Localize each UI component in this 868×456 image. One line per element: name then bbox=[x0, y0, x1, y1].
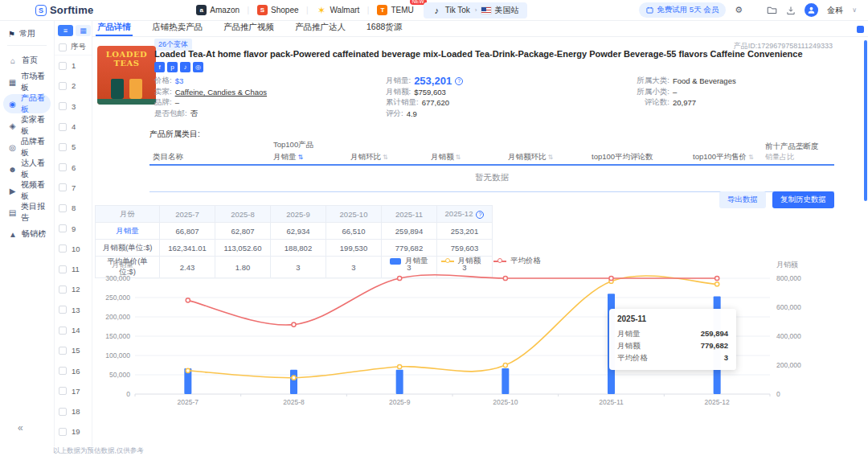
sort-icon[interactable]: ⇅ bbox=[383, 154, 388, 161]
list-item[interactable]: 6 bbox=[55, 157, 92, 177]
panel-toggle-icon[interactable] bbox=[857, 26, 864, 33]
sidebar-item-seller[interactable]: ◈卖家看板 bbox=[3, 116, 51, 135]
list-item[interactable]: 2 bbox=[55, 76, 92, 96]
chevron-down-icon[interactable]: ∨ bbox=[852, 6, 857, 14]
row-checkbox[interactable] bbox=[59, 163, 67, 171]
tab-shop-hot-products[interactable]: 店铺热卖产品 bbox=[150, 22, 204, 36]
sidebar-item-brand[interactable]: ◎品牌看板 bbox=[3, 138, 51, 157]
col-monthly-sales[interactable]: 月销量⇅ bbox=[270, 150, 347, 165]
list-item[interactable]: 12 bbox=[55, 279, 92, 299]
vertical-scrollbar[interactable] bbox=[864, 40, 867, 201]
list-item[interactable]: 14 bbox=[55, 320, 92, 340]
tab-product-detail[interactable]: 产品详情 bbox=[96, 22, 133, 36]
field-value[interactable]: Caffeine, Candies & Chaos bbox=[175, 88, 267, 97]
sidebar-item-ranking[interactable]: ▲畅销榜 bbox=[3, 224, 51, 244]
sort-icon[interactable]: ⇅ bbox=[748, 154, 754, 161]
col-monthly-revenue-mom[interactable]: 月销额环比⇅ bbox=[505, 150, 588, 165]
copy-history-button[interactable]: 复制历史数据 bbox=[772, 191, 834, 208]
sidebar-item-market[interactable]: ▦市场看板 bbox=[3, 72, 51, 92]
list-item[interactable]: 9 bbox=[55, 218, 92, 238]
trial-membership-pill[interactable]: 免费试用 5天 会员 bbox=[639, 2, 726, 18]
row-checkbox[interactable] bbox=[59, 347, 67, 355]
pinterest-icon[interactable]: p bbox=[167, 62, 178, 72]
row-checkbox[interactable] bbox=[59, 286, 67, 294]
platform-tiktok[interactable]: ♪ Tik Tok › 美国站 bbox=[424, 2, 527, 18]
info-icon[interactable]: ? bbox=[455, 77, 463, 85]
list-item[interactable]: 11 bbox=[55, 259, 92, 279]
row-checkbox[interactable] bbox=[59, 265, 67, 273]
tooltip-label: 平均价格 bbox=[617, 351, 648, 364]
list-view-button[interactable]: ≡ bbox=[58, 25, 73, 36]
sidebar-item-video[interactable]: ▶视频看板 bbox=[3, 181, 51, 200]
product-image[interactable]: LOADED TEAS bbox=[97, 46, 156, 105]
sidebar-item-report[interactable]: ▤类目报告 bbox=[3, 203, 51, 222]
svg-text:2025-9: 2025-9 bbox=[389, 398, 411, 406]
sort-icon[interactable]: ⇅ bbox=[548, 154, 554, 161]
row-checkbox[interactable] bbox=[59, 408, 67, 416]
list-item[interactable]: 10 bbox=[55, 239, 92, 259]
row-checkbox[interactable] bbox=[59, 183, 67, 191]
list-item[interactable]: 5 bbox=[55, 137, 92, 157]
tiktok-share-icon[interactable]: ♪ bbox=[180, 62, 190, 72]
sidebar-collapse-button[interactable]: « bbox=[18, 422, 23, 433]
list-item[interactable]: 13 bbox=[55, 300, 92, 320]
download-icon[interactable] bbox=[786, 6, 796, 15]
row-checkbox[interactable] bbox=[59, 102, 67, 110]
sort-icon[interactable]: ⇅ bbox=[456, 154, 461, 161]
col-monthly-revenue[interactable]: 月销额⇅ bbox=[428, 150, 505, 165]
list-item[interactable]: 15 bbox=[55, 340, 92, 360]
list-item[interactable]: 8 bbox=[55, 198, 92, 218]
legend-item-line[interactable]: 平均价格 bbox=[493, 256, 541, 266]
row-checkbox[interactable] bbox=[59, 428, 67, 436]
folder-icon[interactable] bbox=[767, 6, 777, 14]
col-monthly-sales-mom[interactable]: 月销环比⇅ bbox=[347, 150, 428, 165]
platform-walmart[interactable]: ✶ Walmart| bbox=[309, 2, 368, 18]
metric-label[interactable]: 月销量 bbox=[96, 223, 160, 240]
list-item[interactable]: 17 bbox=[55, 381, 92, 401]
sidebar-item-product[interactable]: ◉产品看板 bbox=[3, 94, 51, 113]
tab-1688-source[interactable]: 1688货源 bbox=[365, 22, 403, 36]
link-icon[interactable]: ◎ bbox=[193, 62, 203, 72]
col-top100-avg-price[interactable]: top100平均售价⇅ bbox=[690, 138, 762, 165]
row-checkbox[interactable] bbox=[59, 306, 67, 314]
platform-temu[interactable]: T TEMU NEW bbox=[369, 2, 421, 18]
list-item[interactable]: 7 bbox=[55, 178, 92, 198]
row-checkbox[interactable] bbox=[59, 204, 67, 212]
row-checkbox[interactable] bbox=[59, 387, 67, 395]
select-all-checkbox[interactable] bbox=[59, 43, 67, 51]
list-item[interactable]: 19 bbox=[55, 421, 92, 442]
facebook-icon[interactable]: f bbox=[154, 62, 165, 72]
tab-promo-influencers[interactable]: 产品推广达人 bbox=[293, 22, 347, 36]
apps-grid-icon[interactable] bbox=[751, 7, 758, 14]
export-data-button[interactable]: 导出数据 bbox=[719, 191, 766, 208]
legend-item-bar[interactable]: 月销量 bbox=[390, 256, 428, 266]
grid-view-button[interactable]: ▦ bbox=[76, 25, 91, 36]
list-item[interactable]: 16 bbox=[55, 360, 92, 380]
list-item[interactable]: 18 bbox=[55, 401, 92, 421]
user-name[interactable]: 金科 bbox=[827, 5, 843, 16]
sidebar-item-label: 视频看板 bbox=[21, 179, 51, 202]
legend-item-line[interactable]: 月销额 bbox=[441, 256, 481, 266]
row-checkbox[interactable] bbox=[59, 82, 67, 90]
row-checkbox[interactable] bbox=[59, 62, 67, 70]
chart-tooltip: 2025-11 月销量259,894月销额779,682平均价格3 bbox=[609, 309, 736, 370]
row-checkbox[interactable] bbox=[59, 123, 67, 131]
info-icon[interactable]: ? bbox=[476, 211, 484, 219]
sort-icon[interactable]: ⇅ bbox=[298, 154, 304, 161]
list-item[interactable]: 4 bbox=[55, 117, 92, 137]
sidebar-item-home[interactable]: ⌂首页 bbox=[3, 51, 51, 70]
sidebar-item-influencer[interactable]: ☻达人看板 bbox=[3, 159, 51, 179]
app-logo[interactable]: S Sorftime bbox=[35, 4, 93, 16]
row-checkbox[interactable] bbox=[59, 224, 67, 232]
platform-shopee[interactable]: S Shopee| bbox=[249, 2, 306, 18]
list-item[interactable]: 3 bbox=[55, 97, 92, 117]
row-checkbox[interactable] bbox=[59, 327, 67, 335]
row-checkbox[interactable] bbox=[59, 143, 67, 151]
row-checkbox[interactable] bbox=[59, 367, 67, 375]
tab-promo-videos[interactable]: 产品推广视频 bbox=[222, 22, 276, 36]
list-item[interactable]: 1 bbox=[55, 55, 92, 76]
settings-gear-icon[interactable]: ⚙ bbox=[735, 5, 743, 15]
platform-amazon[interactable]: a Amazon| bbox=[188, 2, 248, 18]
user-avatar[interactable] bbox=[805, 3, 818, 17]
row-checkbox[interactable] bbox=[59, 244, 67, 253]
